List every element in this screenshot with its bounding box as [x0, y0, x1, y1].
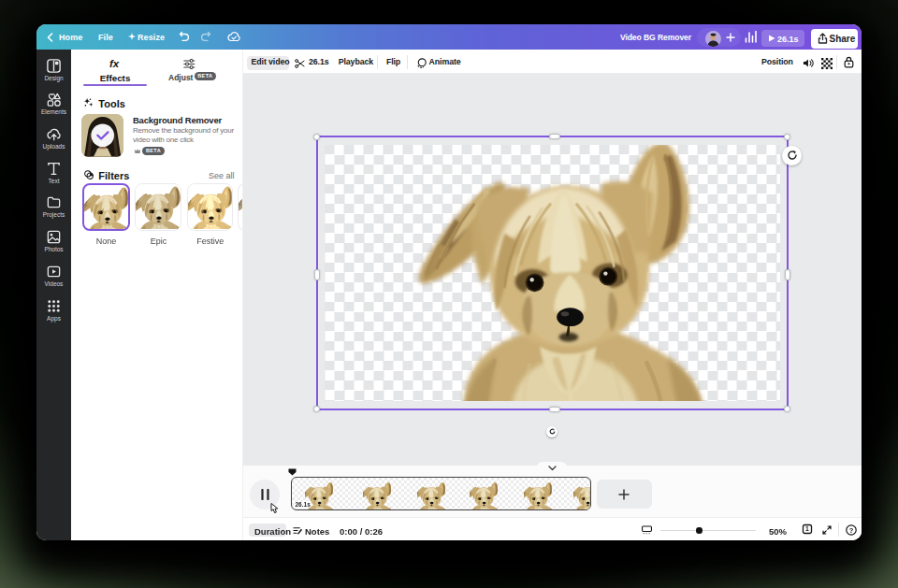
svg-text:1: 1 — [805, 525, 809, 532]
svg-text:?: ? — [848, 525, 853, 534]
